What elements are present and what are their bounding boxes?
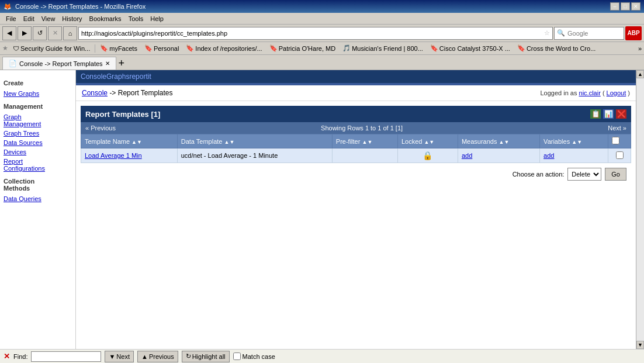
menu-edit[interactable]: Edit	[20, 14, 38, 23]
go-button[interactable]: Go	[605, 168, 626, 181]
content-area: ConsoleGraphsreportit Console -> Report …	[76, 70, 636, 349]
sidebar-graph-trees[interactable]: Graph Trees	[4, 129, 72, 138]
bookmark-personal[interactable]: 🔖 Personal	[142, 44, 181, 53]
cell-locked: 🔒	[397, 148, 458, 163]
match-case-checkbox[interactable]	[233, 352, 241, 360]
highlight-all-button[interactable]: ↻ Highlight all	[182, 351, 230, 362]
close-button[interactable]: ✕	[631, 2, 640, 11]
bookmarks-star-icon: ★	[2, 44, 8, 52]
search-area: 🔍	[554, 27, 624, 40]
back-button[interactable]: ◀	[2, 26, 16, 40]
find-close-button[interactable]: ✕	[4, 352, 10, 361]
menu-bookmarks[interactable]: Bookmarks	[86, 14, 125, 23]
find-prev-button[interactable]: ▲ Previous	[137, 351, 178, 362]
minimize-button[interactable]: –	[610, 2, 619, 11]
col-locked[interactable]: Locked ▲▼	[397, 134, 458, 148]
sidebar-report-configurations[interactable]: ReportConfigurations	[4, 157, 72, 173]
bookmark-icon: 🔖	[100, 44, 108, 52]
copy-icon[interactable]: 📋	[590, 109, 601, 119]
variables-add-link[interactable]: add	[543, 152, 554, 159]
action-label: Choose an action:	[513, 171, 565, 178]
bookmark-icon: 🔖	[269, 44, 278, 52]
bookmark-crossword[interactable]: 🔖 Cross the Word to Cro...	[515, 44, 598, 53]
menu-tools[interactable]: Tools	[125, 14, 147, 23]
stop-button[interactable]: ✕	[48, 26, 62, 40]
scrollbar[interactable]: ▲ ▼	[636, 70, 644, 349]
col-template-name[interactable]: Template Name ▲▼	[81, 134, 178, 148]
sort-data-template[interactable]: Data Template ▲▼	[181, 138, 235, 145]
col-measurands[interactable]: Measurands ▲▼	[458, 134, 539, 148]
col-checkbox-header[interactable]	[608, 134, 631, 148]
sort-locked[interactable]: Locked ▲▼	[401, 138, 434, 145]
col-data-template[interactable]: Data Template ▲▼	[177, 134, 332, 148]
more-bookmarks-icon[interactable]: »	[638, 45, 642, 52]
window-title: Console -> Report Templates - Mozilla Fi…	[15, 3, 610, 10]
sidebar-data-queries[interactable]: Data Queries	[4, 194, 72, 203]
template-name-link[interactable]: Load Average 1 Min	[85, 152, 142, 159]
logged-in-prefix: Logged in as	[540, 89, 579, 96]
bookmark-security[interactable]: 🛡 Security Guide for Win...	[11, 44, 92, 53]
action-select[interactable]: Delete	[567, 168, 601, 181]
scroll-down-button[interactable]: ▼	[636, 341, 644, 349]
new-tab-button[interactable]: +	[119, 57, 125, 70]
scroll-up-button[interactable]: ▲	[636, 70, 644, 78]
cell-data-template: ucd/net - Load Average - 1 Minute	[177, 148, 332, 163]
nav-bar: ◀ ▶ ↺ ✕ ⌂ ☆ 🔍 ABP	[0, 25, 644, 42]
sidebar-new-graphs[interactable]: New Graphs	[4, 89, 72, 98]
cell-template-name: Load Average 1 Min	[81, 148, 178, 163]
sidebar-data-sources[interactable]: Data Sources	[4, 138, 72, 147]
cell-row-checkbox	[608, 148, 631, 163]
logo-link[interactable]: ConsoleGraphsreportit	[81, 72, 151, 81]
menu-file[interactable]: File	[2, 14, 20, 23]
bookmark-myfacets[interactable]: 🔖 myFacets	[98, 44, 140, 53]
adblock-icon: ABP	[625, 26, 642, 40]
reload-button[interactable]: ↺	[33, 26, 47, 40]
row-checkbox[interactable]	[616, 151, 624, 159]
tab-close-button[interactable]: ✕	[105, 60, 110, 67]
sort-measurands[interactable]: Measurands ▲▼	[462, 138, 509, 145]
table-title: Report Templates [1]	[85, 110, 160, 119]
maximize-button[interactable]: □	[621, 2, 630, 11]
next-link[interactable]: Next »	[608, 125, 626, 132]
select-all-checkbox[interactable]	[612, 137, 619, 144]
delete-icon[interactable]: ❌	[616, 109, 626, 119]
col-prefilter[interactable]: Pre-filter ▲▼	[332, 134, 397, 148]
address-input[interactable]	[81, 30, 544, 37]
bookmark-patricia[interactable]: 🔖 Patricia O'Hare, MD	[267, 44, 338, 53]
console-link[interactable]: Console	[82, 89, 108, 97]
find-input[interactable]	[31, 351, 101, 362]
down-arrow-icon: ▼	[109, 353, 115, 360]
menu-bar: File Edit View History Bookmarks Tools H…	[0, 13, 644, 25]
export-icon[interactable]: 📊	[603, 109, 614, 119]
sidebar-collection-header: CollectionMethods	[4, 178, 72, 192]
cell-prefilter	[332, 148, 397, 163]
sort-variables[interactable]: Variables ▲▼	[543, 138, 582, 145]
address-star-icon: ☆	[544, 29, 550, 37]
tab-report-templates[interactable]: 📄 Console -> Report Templates ✕	[2, 57, 116, 70]
measurands-add-link[interactable]: add	[462, 152, 472, 159]
report-table: Template Name ▲▼ Data Template ▲▼ Pre-fi…	[81, 134, 631, 163]
home-button[interactable]: ⌂	[63, 26, 77, 40]
sort-prefilter[interactable]: Pre-filter ▲▼	[336, 138, 372, 145]
match-case-label: Match case	[233, 352, 275, 360]
menu-history[interactable]: History	[58, 14, 85, 23]
find-next-button[interactable]: ▼ Next	[105, 351, 134, 362]
breadcrumb-current: Report Templates	[118, 89, 173, 97]
forward-button[interactable]: ▶	[18, 26, 32, 40]
bookmark-index[interactable]: 🔖 Index of /repositories/...	[183, 44, 264, 53]
action-row: Choose an action: Delete Go	[81, 163, 631, 185]
bookmark-musician[interactable]: 🎵 Musician's Friend | 800...	[340, 44, 425, 53]
logout-link[interactable]: Logout	[607, 89, 626, 96]
col-variables[interactable]: Variables ▲▼	[540, 134, 608, 148]
table-container: Report Templates [1] 📋 📊 ❌ « Previous Sh…	[76, 101, 636, 190]
menu-help[interactable]: Help	[147, 14, 167, 23]
prev-link[interactable]: « Previous	[85, 125, 116, 132]
sidebar-devices[interactable]: Devices	[4, 147, 72, 157]
logged-in-username[interactable]: nic.clair	[579, 89, 601, 96]
search-input[interactable]	[567, 30, 614, 37]
sort-template-name[interactable]: Template Name ▲▼	[85, 138, 142, 145]
bookmark-cisco[interactable]: 🔖 Cisco Catalyst 3750-X ...	[428, 44, 513, 53]
sidebar-graph-management[interactable]: GraphManagement	[4, 112, 72, 129]
address-bar: ☆	[78, 27, 553, 40]
menu-view[interactable]: View	[38, 14, 59, 23]
